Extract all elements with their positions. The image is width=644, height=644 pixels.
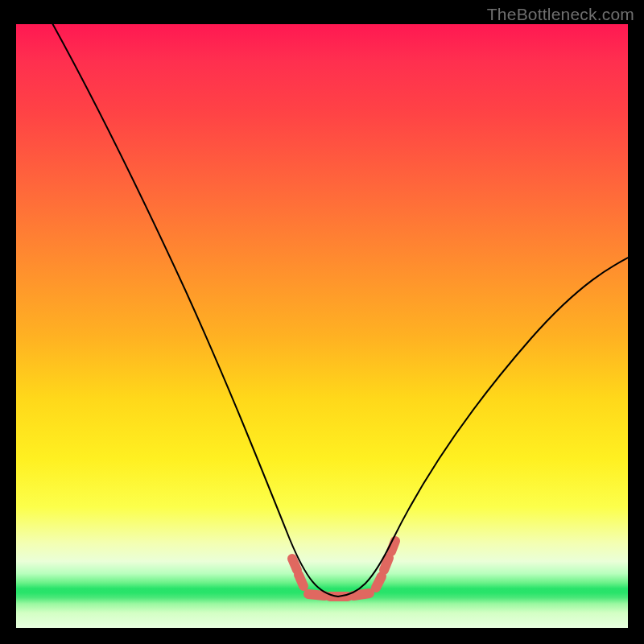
valley-dash-seg — [292, 559, 297, 570]
valley-dash-seg — [384, 558, 389, 570]
valley-dash-group — [292, 541, 395, 597]
valley-dash-seg — [308, 594, 324, 596]
watermark-text: TheBottleneck.com — [487, 5, 634, 24]
plot-area — [16, 24, 628, 628]
curve-layer — [16, 24, 628, 628]
valley-dash-seg — [299, 575, 303, 586]
bottleneck-curve — [48, 24, 628, 597]
valley-dash-seg — [353, 593, 369, 596]
app-frame: TheBottleneck.com — [0, 0, 644, 644]
valley-dash-seg — [376, 576, 382, 588]
